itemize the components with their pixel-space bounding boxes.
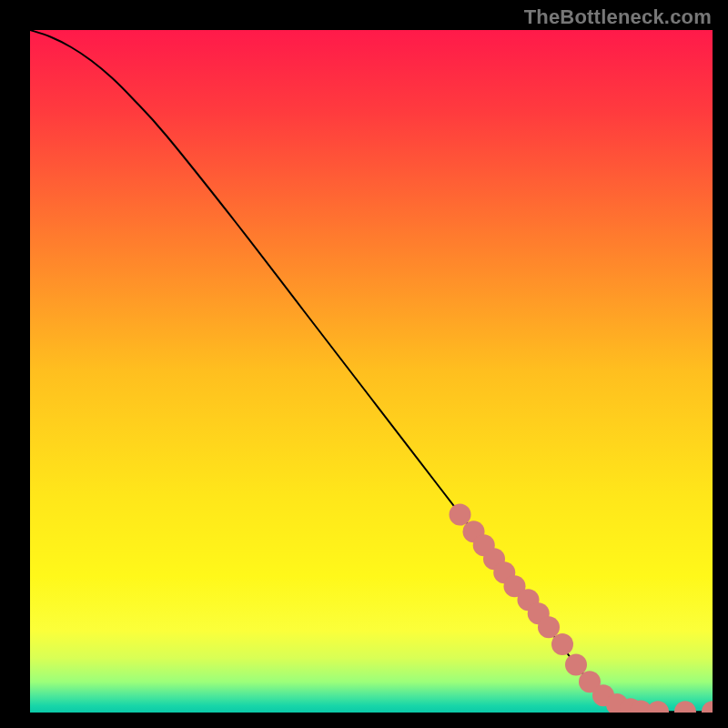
attribution-label: TheBottleneck.com (524, 5, 712, 29)
marker-dot (551, 633, 573, 655)
marker-dot (450, 504, 471, 526)
marker-dot (565, 654, 587, 676)
plot-area (30, 30, 713, 713)
chart-svg (30, 30, 713, 713)
gradient-background (30, 30, 713, 713)
chart-frame: TheBottleneck.com (0, 0, 728, 728)
marker-dot (538, 616, 560, 638)
